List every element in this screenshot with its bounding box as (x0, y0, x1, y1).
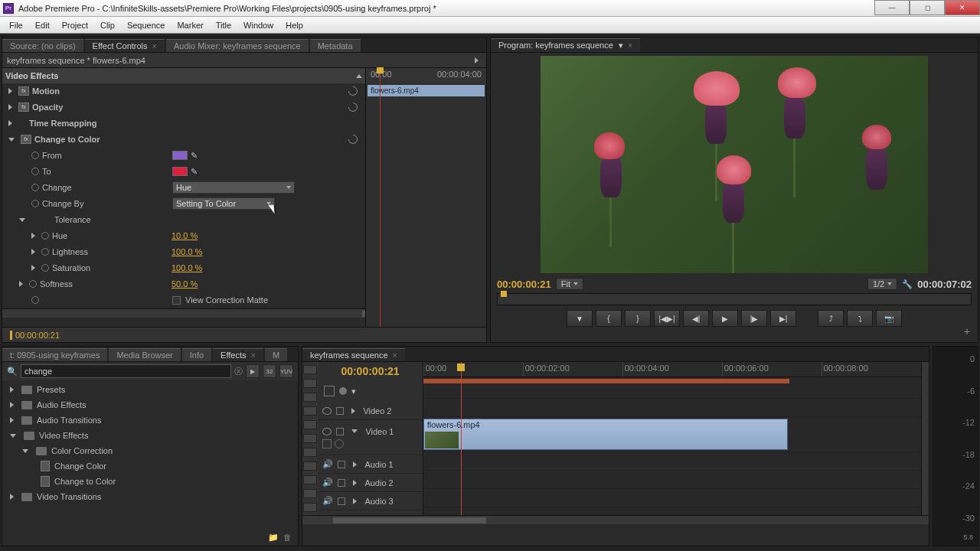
track-header-v2[interactable]: Video 2 (318, 402, 422, 420)
extract-button[interactable]: ⤵ (847, 310, 873, 327)
tab-project[interactable]: t: 0905-using keyframes (2, 348, 107, 361)
play-button[interactable]: ▶ (712, 310, 738, 327)
expand-icon[interactable] (31, 265, 35, 271)
tab-info[interactable]: Info (182, 348, 211, 361)
add-button[interactable]: + (961, 325, 973, 337)
collapse-icon[interactable] (356, 74, 362, 78)
sync-lock-icon[interactable] (322, 439, 332, 448)
timeline-timecode[interactable]: 00:00:00:21 (318, 362, 422, 380)
timeline-scrollbar-h[interactable] (302, 515, 929, 524)
fx-badge-filter-icon[interactable]: ▶ (246, 364, 260, 378)
tree-change-color[interactable]: Change Color (2, 458, 298, 474)
eyedropper-icon[interactable]: ✎ (191, 167, 198, 177)
tree-presets[interactable]: Presets (2, 382, 298, 397)
effect-time-remapping[interactable]: Time Remapping (2, 116, 365, 132)
speaker-icon[interactable]: 🔊 (322, 478, 333, 487)
tab-timeline-sequence[interactable]: keyframes sequence× (302, 348, 405, 361)
tab-effects[interactable]: Effects× (213, 348, 263, 361)
menu-clip[interactable]: Clip (94, 21, 121, 30)
effect-opacity[interactable]: fx Opacity (2, 99, 365, 116)
softness-value[interactable]: 50.0 % (172, 279, 198, 289)
go-to-out-button[interactable]: ▶| (770, 310, 796, 327)
tree-audio-effects[interactable]: Audio Effects (2, 397, 298, 412)
menu-sequence[interactable]: Sequence (121, 21, 172, 30)
lightness-value[interactable]: 100.0 % (172, 247, 202, 256)
settings-icon[interactable]: 🔧 (902, 279, 913, 289)
keyframe-toggle-icon[interactable] (41, 264, 49, 272)
to-color-swatch[interactable] (172, 167, 188, 176)
tab-close-icon[interactable]: × (393, 350, 397, 360)
track-a3[interactable] (423, 489, 921, 507)
selection-tool[interactable] (303, 365, 317, 374)
fx-badge-icon[interactable]: fx (18, 103, 29, 112)
tree-video-effects[interactable]: Video Effects (2, 428, 298, 443)
yuv-filter-icon[interactable]: YUV (279, 364, 293, 378)
keyframe-toggle-icon[interactable] (31, 152, 39, 159)
ripple-edit-tool[interactable] (303, 393, 317, 402)
keyframe-toggle-icon[interactable] (31, 168, 39, 175)
fit-dropdown[interactable]: Fit (556, 278, 583, 290)
mark-in-button[interactable]: ▼ (567, 310, 593, 327)
matte-checkbox[interactable] (172, 296, 181, 305)
expand-icon[interactable] (19, 281, 23, 287)
track-select-tool[interactable] (303, 379, 317, 388)
track-header-v1[interactable]: Video 1 (318, 420, 422, 455)
export-frame-button[interactable]: 📷 (876, 310, 902, 327)
pen-tool[interactable] (303, 475, 317, 484)
track-header-a3[interactable]: 🔊Audio 3 (318, 492, 422, 510)
expand-icon[interactable] (8, 88, 12, 94)
menu-title[interactable]: Title (210, 21, 237, 30)
rate-stretch-tool[interactable] (303, 420, 317, 429)
track-a2[interactable] (423, 471, 921, 489)
expand-icon[interactable] (31, 233, 35, 239)
tree-color-correction[interactable]: Color Correction (2, 443, 298, 458)
tab-audio-mixer[interactable]: Audio Mixer: keyframes sequence (166, 39, 309, 52)
timeline-clip[interactable]: flowers-6.mp4 (423, 419, 788, 450)
tab-effect-controls[interactable]: Effect Controls× (85, 39, 165, 52)
tab-source[interactable]: Source: (no clips) (2, 39, 83, 52)
ec-time-ruler[interactable]: 00:0000:00:04:00 (366, 68, 486, 83)
lock-icon[interactable] (336, 407, 344, 415)
tree-change-to-color[interactable]: Change to Color (2, 474, 298, 489)
maximize-button[interactable]: ◻ (910, 0, 945, 15)
lock-icon[interactable] (338, 479, 345, 487)
delete-icon[interactable]: 🗑 (283, 533, 292, 543)
track-header-a1[interactable]: 🔊Audio 1 (318, 455, 422, 474)
new-bin-icon[interactable]: 📁 (268, 533, 279, 543)
tree-video-transitions[interactable]: Video Transitions (2, 489, 298, 504)
timeline-ruler[interactable]: 00:0000:00:02:0000:00:04:0000:00:06:0000… (423, 362, 921, 377)
32bit-filter-icon[interactable]: 32 (263, 364, 276, 378)
menu-window[interactable]: Window (237, 21, 279, 30)
lock-icon[interactable] (336, 428, 344, 435)
eye-icon[interactable] (322, 428, 332, 435)
tab-close-icon[interactable]: × (628, 41, 632, 50)
program-viewer[interactable] (541, 56, 928, 273)
minimize-button[interactable]: — (874, 0, 910, 15)
hand-tool[interactable] (303, 489, 317, 498)
reset-icon[interactable] (347, 85, 360, 98)
tab-close-icon[interactable]: × (152, 41, 157, 51)
razor-tool[interactable] (303, 434, 317, 443)
keyframe-toggle-icon[interactable] (31, 200, 39, 207)
menu-project[interactable]: Project (56, 21, 94, 30)
track-v2[interactable] (423, 399, 921, 417)
lift-button[interactable]: ⤴ (818, 310, 844, 327)
ec-toggle-timeline-icon[interactable] (475, 57, 479, 64)
collapse-icon[interactable] (19, 218, 25, 222)
program-timecode-left[interactable]: 00:00:00:21 (497, 279, 551, 290)
from-color-swatch[interactable] (172, 151, 188, 160)
menu-help[interactable]: Help (279, 21, 309, 30)
mark-out-button[interactable]: { (596, 310, 622, 327)
lock-icon[interactable] (338, 497, 345, 505)
change-dropdown[interactable]: Hue (172, 181, 295, 194)
expand-icon[interactable] (8, 120, 12, 126)
saturation-value[interactable]: 100.0 % (172, 263, 202, 272)
effects-search-input[interactable] (21, 364, 231, 378)
tab-metadata[interactable]: Metadata (310, 39, 361, 52)
track-header-a2[interactable]: 🔊Audio 2 (318, 474, 422, 492)
work-area-bar[interactable] (423, 379, 789, 383)
track-a1[interactable] (423, 452, 921, 471)
toggle-track-icon[interactable] (335, 439, 344, 448)
speaker-icon[interactable]: 🔊 (322, 459, 333, 469)
timeline-playhead[interactable] (461, 362, 462, 515)
